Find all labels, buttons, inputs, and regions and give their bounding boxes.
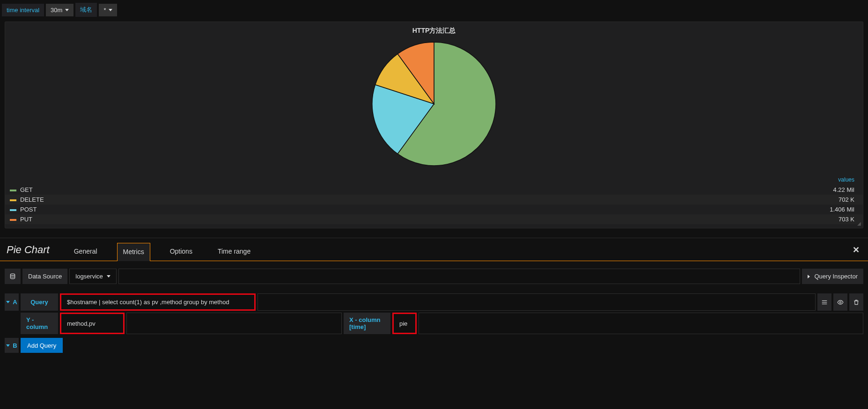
legend-name: PUT <box>20 216 32 223</box>
legend-row-delete[interactable]: DELETE702 K <box>5 195 863 204</box>
menu-icon <box>821 299 828 306</box>
query-delete-button[interactable] <box>849 293 863 311</box>
y-column-input[interactable]: method,pv <box>60 313 125 334</box>
query-letter-b: B <box>13 342 17 349</box>
domain-value: * <box>103 7 106 14</box>
chevron-down-icon <box>6 301 10 303</box>
legend-row-post[interactable]: POST1.406 Mil <box>5 204 863 214</box>
x-column-value: pie <box>399 320 407 327</box>
domain-select[interactable]: * <box>99 4 117 16</box>
chart-panel: HTTP方法汇总 valuesGET4.22 MilDELETE702 KPOS… <box>5 22 863 228</box>
y-column-input-rest[interactable] <box>126 313 342 334</box>
time-interval-select[interactable]: 30m <box>46 4 74 16</box>
legend-swatch <box>10 190 16 191</box>
legend-value: 4.22 Mil <box>481 185 863 195</box>
svg-rect-2 <box>822 302 827 302</box>
x-column-label: X - column [time] <box>344 313 390 334</box>
close-icon[interactable]: ✕ <box>853 245 860 255</box>
legend-value: 702 K <box>481 195 863 204</box>
legend-name: DELETE <box>20 196 44 203</box>
x-column-input[interactable]: pie <box>392 313 417 334</box>
tab-general[interactable]: General <box>68 243 103 261</box>
chevron-down-icon <box>65 9 69 11</box>
svg-rect-3 <box>822 303 827 304</box>
legend-swatch <box>10 219 16 221</box>
query-inspector-label: Query Inspector <box>815 273 858 280</box>
svg-rect-1 <box>822 300 827 300</box>
pie-chart <box>5 40 863 172</box>
datasource-label: Data Source <box>22 269 67 284</box>
y-column-label: Y - column <box>21 313 58 334</box>
domain-label: 域名 <box>75 3 97 17</box>
svg-point-0 <box>10 274 15 276</box>
values-header[interactable]: values <box>481 175 863 185</box>
database-icon <box>9 273 16 280</box>
legend-header: values <box>5 175 863 185</box>
editor-title: Pie Chart <box>7 244 50 260</box>
y-column-value: method,pv <box>67 320 96 327</box>
trash-icon <box>853 299 860 306</box>
legend-name: GET <box>20 186 33 193</box>
query-label: Query <box>21 293 58 311</box>
add-query-label: Add Query <box>27 342 56 349</box>
legend-row-put[interactable]: PUT703 K <box>5 214 863 224</box>
query-visibility-button[interactable] <box>833 293 847 311</box>
query-input-rest[interactable] <box>257 293 816 311</box>
legend-row-get[interactable]: GET4.22 Mil <box>5 185 863 195</box>
spacer <box>5 313 19 334</box>
chevron-down-icon <box>109 9 112 11</box>
datasource-spacer <box>118 269 800 284</box>
query-toggle-a[interactable]: A <box>5 293 19 311</box>
panel-title: HTTP方法汇总 <box>5 22 863 40</box>
query-toggle-b[interactable]: B <box>5 338 19 353</box>
query-row-b: B Add Query <box>0 338 868 357</box>
variable-toolbar: time interval 30m 域名 * <box>0 0 868 20</box>
eye-icon <box>837 299 844 306</box>
datasource-row: Data Source logservice Query Inspector <box>0 261 868 288</box>
legend-value: 1.406 Mil <box>481 204 863 214</box>
legend-table: valuesGET4.22 MilDELETE702 KPOST1.406 Mi… <box>5 175 863 224</box>
resize-handle-icon[interactable]: ◢ <box>857 221 861 226</box>
legend-name: POST <box>20 206 37 213</box>
query-letter-a: A <box>13 299 17 306</box>
x-column-input-rest[interactable] <box>419 313 863 334</box>
tab-time-range[interactable]: Time range <box>212 243 256 261</box>
time-interval-value: 30m <box>51 7 62 14</box>
add-query-button[interactable]: Add Query <box>21 338 63 353</box>
chevron-down-icon <box>107 275 110 278</box>
panel-editor-tabs: Pie Chart General Metrics Options Time r… <box>0 238 868 261</box>
datasource-value: logservice <box>75 273 103 280</box>
datasource-icon[interactable] <box>5 269 21 284</box>
chevron-right-icon <box>808 275 810 278</box>
query-input[interactable]: $hostname | select count(1) as pv ,metho… <box>60 293 256 311</box>
legend-swatch <box>10 199 16 201</box>
time-interval-label: time interval <box>2 4 44 16</box>
svg-point-4 <box>839 301 841 303</box>
legend-value: 703 K <box>481 214 863 224</box>
tab-metrics[interactable]: Metrics <box>117 243 150 261</box>
query-row-a: A Query $hostname | select count(1) as p… <box>0 288 868 338</box>
query-inspector-button[interactable]: Query Inspector <box>802 269 864 284</box>
chevron-down-icon <box>6 344 10 347</box>
tab-options[interactable]: Options <box>164 243 198 261</box>
datasource-select[interactable]: logservice <box>69 269 117 284</box>
query-menu-button[interactable] <box>817 293 831 311</box>
query-input-text: $hostname | select count(1) as pv ,metho… <box>67 299 229 306</box>
legend-swatch <box>10 209 16 211</box>
